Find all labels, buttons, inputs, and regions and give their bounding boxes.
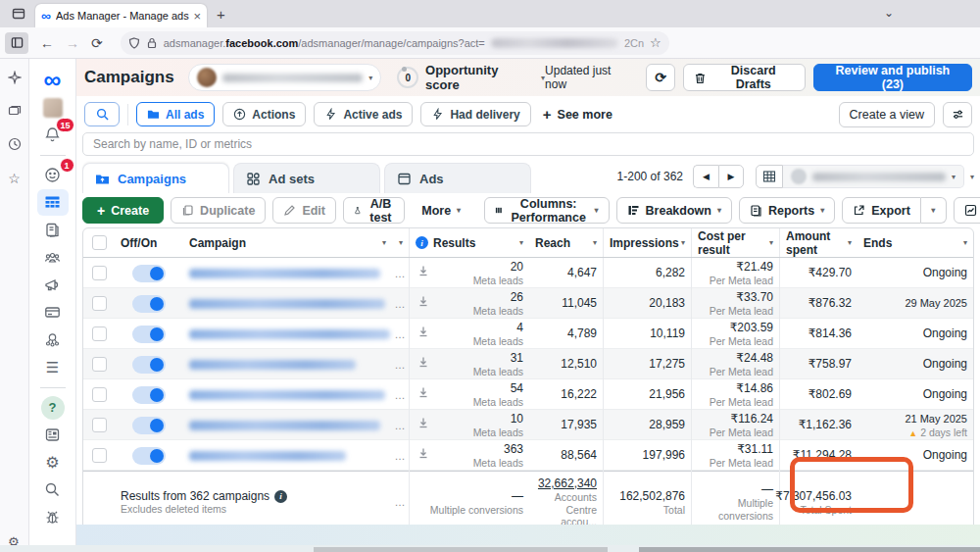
ai-chat-icon[interactable]: [8, 71, 22, 88]
tab-ads[interactable]: Ads: [384, 163, 531, 193]
campaign-toggle-on[interactable]: [132, 356, 166, 374]
campaigns-nav-icon[interactable]: [37, 189, 69, 216]
campaign-toggle-on[interactable]: [132, 326, 166, 343]
row-checkbox[interactable]: [92, 326, 107, 341]
business-account-avatar[interactable]: [37, 94, 69, 121]
table-view-button[interactable]: [756, 165, 783, 188]
more-button[interactable]: More ▾: [412, 197, 470, 224]
synced-tabs-icon[interactable]: [8, 104, 22, 122]
audiences-nav-icon[interactable]: [37, 244, 69, 271]
account-overview-icon[interactable]: 1: [37, 162, 69, 188]
table-row[interactable]: … 4Meta leads 4,789 10,119 ₹203.59Per Me…: [83, 319, 973, 349]
settings-gear-icon[interactable]: ⚙: [37, 449, 69, 476]
download-icon[interactable]: [417, 356, 429, 371]
download-icon[interactable]: [417, 417, 429, 431]
col-amount-spent[interactable]: Amount spent▾: [779, 228, 858, 257]
filter-search-button[interactable]: [84, 102, 120, 126]
rail-search-icon[interactable]: [37, 477, 69, 503]
columns-button[interactable]: Columns: Performance ▾: [484, 197, 609, 224]
opportunity-score[interactable]: 0 Opportunity score ▾: [397, 63, 545, 92]
col-off-on[interactable]: Off/On: [115, 228, 183, 257]
campaign-name-redacted[interactable]: [189, 269, 380, 278]
filter-actions[interactable]: Actions: [222, 102, 306, 126]
history-icon[interactable]: [8, 137, 22, 155]
row-checkbox[interactable]: [92, 357, 107, 372]
download-icon[interactable]: [417, 295, 429, 310]
business-assets-icon[interactable]: [37, 326, 69, 353]
prev-page-button[interactable]: ◀: [693, 165, 718, 188]
discard-drafts-button[interactable]: Discard Drafts: [683, 64, 806, 91]
tab-campaigns[interactable]: Campaigns: [82, 163, 229, 193]
table-row[interactable]: … 31Meta leads 12,510 17,275 ₹24.48Per M…: [83, 349, 973, 379]
row-checkbox[interactable]: [92, 266, 107, 280]
create-button[interactable]: + Create: [82, 197, 164, 224]
campaign-name-redacted[interactable]: [189, 451, 346, 461]
filter-all-ads[interactable]: All ads: [136, 102, 215, 126]
table-row[interactable]: … 54Meta leads 16,222 21,956 ₹14.86Per M…: [83, 379, 973, 410]
view-settings-button[interactable]: [943, 102, 972, 127]
reload-icon[interactable]: ⟳: [91, 35, 103, 51]
campaign-name-redacted[interactable]: [189, 329, 390, 339]
download-icon[interactable]: [417, 447, 429, 462]
updates-news-icon[interactable]: [37, 422, 69, 448]
col-reach[interactable]: Reach▾: [529, 228, 603, 257]
filter-active-ads[interactable]: Active ads: [314, 102, 413, 126]
col-results[interactable]: iResults▾: [409, 228, 529, 257]
new-tab-button[interactable]: +: [217, 6, 225, 23]
table-row[interactable]: … 363Meta leads 88,564 197,996 ₹31.11Per…: [83, 440, 973, 471]
notifications-bell-icon[interactable]: 15: [37, 122, 69, 148]
search-input[interactable]: [82, 132, 974, 156]
charts-button[interactable]: Charts: [954, 197, 980, 224]
info-icon[interactable]: i: [274, 490, 287, 503]
pages-nav-icon[interactable]: [37, 217, 69, 243]
account-dropdown[interactable]: ▾: [783, 165, 964, 188]
col-cost-per-result[interactable]: Cost per result▾: [691, 228, 779, 257]
sidebar-toggle-icon[interactable]: [5, 32, 28, 54]
firefox-view-icon[interactable]: [6, 3, 31, 25]
next-page-button[interactable]: ▶: [718, 165, 744, 188]
tab-close-icon[interactable]: ×: [193, 9, 201, 24]
bookmarks-icon[interactable]: ☆: [8, 171, 21, 186]
table-row[interactable]: … 20Meta leads 4,647 6,282 ₹21.49Per Met…: [83, 258, 973, 288]
campaign-name-redacted[interactable]: [189, 421, 380, 430]
see-more-button[interactable]: + See more: [543, 106, 612, 123]
tab-ad-sets[interactable]: Ad sets: [233, 163, 380, 193]
campaign-toggle-on[interactable]: [132, 417, 166, 434]
report-bug-icon[interactable]: [37, 504, 69, 530]
billing-nav-icon[interactable]: [37, 299, 69, 326]
address-bar[interactable]: adsmanager.facebook.com/adsmanager/manag…: [121, 31, 669, 55]
help-icon[interactable]: ?: [37, 394, 69, 421]
campaign-name-redacted[interactable]: [189, 390, 385, 400]
ads-reporting-icon[interactable]: [37, 272, 69, 298]
export-button[interactable]: Export: [842, 197, 921, 224]
breakdown-button[interactable]: Breakdown ▾: [616, 197, 732, 224]
table-row[interactable]: … 26Meta leads 11,045 20,183 ₹33.70Per M…: [83, 288, 973, 319]
col-impressions[interactable]: Impressions▾: [603, 228, 691, 257]
chevron-down-icon[interactable]: ▾: [970, 173, 974, 181]
campaign-name-redacted[interactable]: [189, 299, 385, 309]
col-ends[interactable]: Ends▾: [858, 228, 973, 257]
refresh-button[interactable]: ⟳: [646, 64, 675, 91]
col-collapse[interactable]: ▾: [392, 228, 409, 257]
duplicate-button[interactable]: Duplicate: [171, 197, 266, 224]
edit-button[interactable]: Edit: [272, 197, 336, 224]
col-campaign[interactable]: Campaign▾: [183, 228, 392, 257]
ab-test-button[interactable]: A/B test: [343, 197, 405, 224]
create-view-button[interactable]: Create a view: [839, 102, 935, 127]
reach-total-link[interactable]: 32,662,340: [538, 477, 597, 491]
export-options-button[interactable]: ▾: [921, 197, 947, 224]
campaign-toggle-on[interactable]: [132, 265, 166, 282]
ad-account-selector[interactable]: ▾: [188, 64, 382, 91]
bookmark-star-icon[interactable]: ☆: [650, 35, 662, 50]
campaign-toggle-on[interactable]: [132, 447, 166, 465]
all-tools-menu-icon[interactable]: ☰: [37, 354, 69, 380]
table-row[interactable]: … 10Meta leads 17,935 28,959 ₹116.24Per …: [83, 410, 973, 440]
row-checkbox[interactable]: [92, 387, 107, 402]
row-checkbox[interactable]: [92, 296, 107, 311]
campaign-name-redacted[interactable]: [189, 360, 356, 370]
campaign-toggle-on[interactable]: [132, 386, 166, 404]
download-icon[interactable]: [417, 326, 429, 340]
list-tabs-icon[interactable]: ⌄: [884, 6, 894, 20]
row-checkbox[interactable]: [92, 448, 107, 463]
row-checkbox[interactable]: [92, 418, 107, 432]
